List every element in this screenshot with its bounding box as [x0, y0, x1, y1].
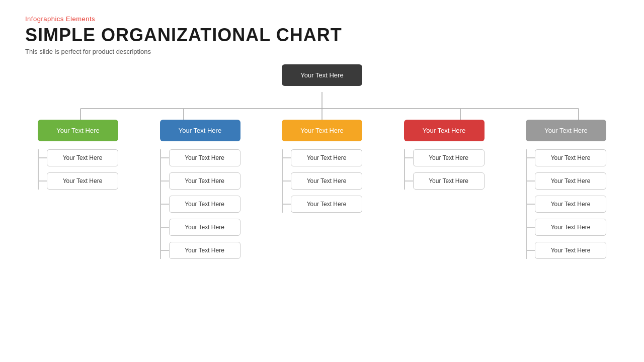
column-col4: Your Text HereYour Text HereYour Text He…	[396, 120, 492, 190]
sub-item-label: Your Text Here	[291, 172, 362, 190]
sub-item-label: Your Text Here	[169, 219, 240, 236]
list-item: Your Text Here	[38, 172, 118, 190]
list-item: Your Text Here	[160, 172, 240, 190]
sub-item-label: Your Text Here	[291, 149, 362, 166]
list-item: Your Text Here	[526, 219, 606, 236]
list-item: Your Text Here	[526, 196, 606, 213]
sub-item-label: Your Text Here	[413, 172, 485, 190]
list-item: Your Text Here	[282, 149, 362, 166]
sub-items-col5: Your Text HereYour Text HereYour Text He…	[526, 149, 606, 259]
description: This slide is perfect for product descri…	[25, 48, 619, 55]
col-header-col2: Your Text Here	[160, 120, 240, 141]
list-item: Your Text Here	[160, 196, 240, 213]
sub-items-col1: Your Text HereYour Text Here	[38, 149, 118, 190]
slide: Infographics Elements SIMPLE ORGANIZATIO…	[0, 0, 644, 362]
sub-item-label: Your Text Here	[535, 172, 606, 190]
sub-item-label: Your Text Here	[291, 196, 362, 213]
col-header-col4: Your Text Here	[404, 120, 485, 141]
list-item: Your Text Here	[526, 149, 606, 166]
list-item: Your Text Here	[282, 172, 362, 190]
sub-item-label: Your Text Here	[47, 172, 118, 190]
column-col5: Your Text HereYour Text HereYour Text He…	[518, 120, 614, 259]
list-item: Your Text Here	[404, 172, 485, 190]
sub-item-label: Your Text Here	[535, 149, 606, 166]
list-item: Your Text Here	[38, 149, 118, 166]
sub-item-label: Your Text Here	[535, 196, 606, 213]
column-col2: Your Text HereYour Text HereYour Text He…	[152, 120, 248, 259]
column-col1: Your Text HereYour Text HereYour Text He…	[30, 120, 126, 190]
list-item: Your Text Here	[404, 149, 485, 166]
root-node: Your Text Here	[282, 64, 362, 86]
sub-item-label: Your Text Here	[413, 149, 485, 166]
subtitle: Infographics Elements	[25, 15, 619, 23]
root-label: Your Text Here	[300, 71, 343, 79]
list-item: Your Text Here	[526, 242, 606, 259]
sub-items-col4: Your Text HereYour Text Here	[404, 149, 485, 190]
col-header-col3: Your Text Here	[282, 120, 362, 141]
chart-area: Your Text Here Your Text HereYour Text H…	[25, 64, 619, 326]
columns: Your Text HereYour Text HereYour Text He…	[25, 120, 619, 259]
column-col3: Your Text HereYour Text HereYour Text He…	[274, 120, 370, 213]
sub-item-label: Your Text Here	[169, 242, 240, 259]
sub-items-col2: Your Text HereYour Text HereYour Text He…	[160, 149, 240, 259]
sub-items-col3: Your Text HereYour Text HereYour Text He…	[282, 149, 362, 213]
list-item: Your Text Here	[526, 172, 606, 190]
col-header-col5: Your Text Here	[526, 120, 606, 141]
sub-item-label: Your Text Here	[169, 149, 240, 166]
list-item: Your Text Here	[282, 196, 362, 213]
list-item: Your Text Here	[160, 149, 240, 166]
sub-item-label: Your Text Here	[535, 242, 606, 259]
sub-item-label: Your Text Here	[47, 149, 118, 166]
page-title: SIMPLE ORGANIZATIONAL CHART	[25, 25, 619, 46]
list-item: Your Text Here	[160, 219, 240, 236]
list-item: Your Text Here	[160, 242, 240, 259]
sub-item-label: Your Text Here	[169, 172, 240, 190]
col-header-col1: Your Text Here	[38, 120, 118, 141]
sub-item-label: Your Text Here	[169, 196, 240, 213]
sub-item-label: Your Text Here	[535, 219, 606, 236]
